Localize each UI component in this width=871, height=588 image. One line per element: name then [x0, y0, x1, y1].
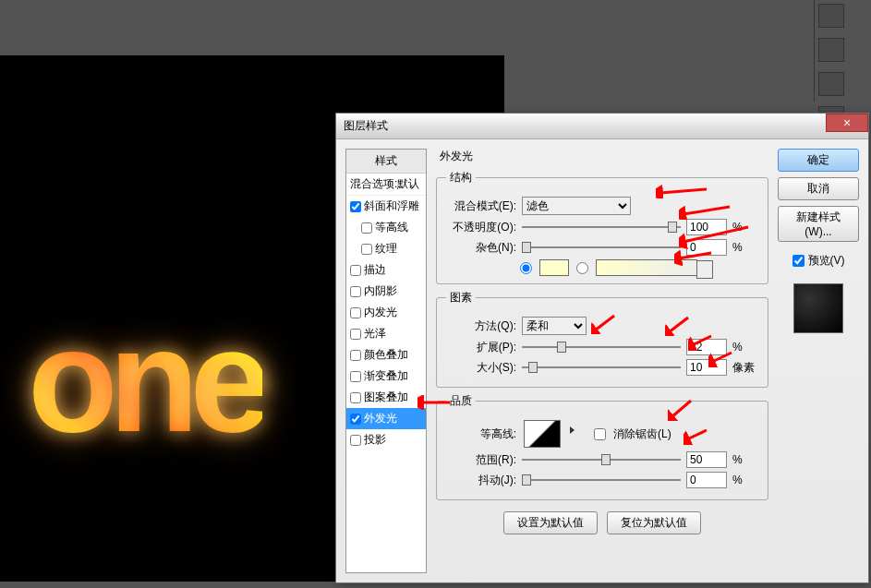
style-checkbox[interactable] [350, 286, 361, 297]
size-slider[interactable] [522, 359, 681, 376]
jitter-slider[interactable] [522, 472, 681, 488]
tool-icon[interactable] [818, 72, 844, 96]
style-item[interactable]: 图案叠加 [346, 387, 426, 408]
size-unit: 像素 [732, 360, 758, 376]
style-label: 投影 [364, 432, 386, 448]
dialog-title: 图层样式 [344, 118, 388, 134]
elements-group: 图素 方法(Q): 柔和 扩展(P): % 大小(S): 像素 [436, 290, 768, 388]
tools-panel [814, 0, 871, 102]
tool-icon[interactable] [818, 38, 844, 62]
make-default-button[interactable]: 设置为默认值 [503, 511, 598, 534]
layer-style-dialog: 图层样式 × 样式 混合选项:默认 斜面和浮雕等高线纹理描边内阴影内发光光泽颜色… [335, 113, 869, 583]
antialias-label: 消除锯齿(L) [613, 426, 671, 442]
style-checkbox[interactable] [350, 414, 361, 425]
style-item[interactable]: 纹理 [346, 238, 426, 259]
structure-legend: 结构 [446, 170, 476, 186]
preview-label: 预览(V) [808, 253, 845, 269]
jitter-unit: % [732, 474, 758, 486]
style-item[interactable]: 投影 [346, 429, 426, 450]
style-item[interactable]: 等高线 [346, 217, 426, 238]
style-item[interactable]: 外发光 [346, 408, 426, 429]
gradient-picker[interactable] [596, 259, 697, 276]
style-item[interactable]: 颜色叠加 [346, 344, 426, 366]
opacity-label: 不透明度(O): [446, 220, 516, 235]
style-label: 图案叠加 [364, 390, 408, 405]
style-label: 内发光 [364, 305, 397, 320]
style-checkbox[interactable] [350, 329, 361, 340]
spread-label: 扩展(P): [446, 340, 516, 355]
spread-unit: % [732, 341, 758, 354]
tool-icon[interactable] [818, 4, 844, 28]
opacity-slider[interactable] [522, 219, 681, 235]
style-label: 描边 [364, 262, 386, 278]
ok-button[interactable]: 确定 [778, 149, 859, 172]
style-checkbox[interactable] [350, 265, 361, 276]
style-item[interactable]: 斜面和浮雕 [346, 196, 426, 217]
canvas-text: one [28, 295, 262, 465]
contour-picker[interactable] [524, 420, 561, 448]
style-label: 内阴影 [364, 283, 397, 299]
style-checkbox[interactable] [361, 222, 372, 234]
jitter-label: 抖动(J): [446, 473, 516, 488]
spread-input[interactable] [686, 339, 727, 355]
size-label: 大小(S): [446, 360, 516, 376]
noise-input[interactable] [686, 239, 727, 256]
style-item[interactable]: 描边 [346, 259, 426, 281]
style-item[interactable]: 内发光 [346, 302, 426, 323]
preview-swatch [793, 283, 843, 333]
structure-group: 结构 混合模式(E): 滤色 不透明度(O): % 杂色(N): % [436, 170, 768, 284]
technique-select[interactable]: 柔和 [522, 317, 587, 335]
contour-label: 等高线: [446, 426, 516, 442]
style-checkbox[interactable] [350, 350, 361, 361]
style-checkbox[interactable] [350, 371, 361, 382]
style-label: 纹理 [375, 241, 397, 257]
spread-slider[interactable] [522, 339, 681, 355]
solid-color-radio[interactable] [520, 262, 532, 274]
style-label: 斜面和浮雕 [364, 198, 419, 214]
size-input[interactable] [686, 359, 727, 376]
jitter-input[interactable] [686, 472, 727, 488]
blend-mode-label: 混合模式(E): [446, 198, 516, 214]
range-input[interactable] [686, 451, 727, 468]
opacity-unit: % [732, 221, 758, 234]
styles-header: 样式 [346, 150, 426, 174]
color-swatch[interactable] [539, 259, 569, 276]
cancel-button[interactable]: 取消 [778, 177, 859, 200]
style-item[interactable]: 光泽 [346, 323, 426, 344]
close-button[interactable]: × [826, 114, 868, 132]
elements-legend: 图素 [446, 290, 476, 306]
style-label: 颜色叠加 [364, 347, 408, 363]
style-checkbox[interactable] [350, 435, 361, 446]
range-slider[interactable] [522, 451, 681, 468]
technique-label: 方法(Q): [446, 318, 516, 334]
gradient-radio[interactable] [576, 262, 588, 274]
style-label: 渐变叠加 [364, 368, 408, 384]
style-checkbox[interactable] [350, 307, 361, 318]
opacity-input[interactable] [686, 219, 727, 235]
settings-column: 外发光 结构 混合模式(E): 滤色 不透明度(O): % 杂色(N): [436, 149, 768, 573]
dialog-titlebar[interactable]: 图层样式 × [336, 114, 868, 139]
new-style-button[interactable]: 新建样式(W)... [778, 206, 859, 242]
style-checkbox[interactable] [350, 201, 361, 212]
noise-unit: % [732, 241, 758, 254]
range-unit: % [732, 453, 758, 466]
quality-legend: 品质 [446, 393, 476, 409]
range-label: 范围(R): [446, 452, 516, 468]
quality-group: 品质 等高线: 消除锯齿(L) 范围(R): % 抖动(J): [436, 393, 768, 500]
style-label: 等高线 [375, 220, 408, 235]
blend-mode-select[interactable]: 滤色 [522, 197, 631, 215]
antialias-checkbox[interactable] [594, 428, 606, 440]
preview-checkbox[interactable] [792, 255, 804, 267]
dialog-buttons: 确定 取消 新建样式(W)... 预览(V) [778, 149, 859, 573]
styles-list: 样式 混合选项:默认 斜面和浮雕等高线纹理描边内阴影内发光光泽颜色叠加渐变叠加图… [345, 149, 427, 573]
blending-options-default[interactable]: 混合选项:默认 [346, 174, 426, 196]
style-item[interactable]: 渐变叠加 [346, 366, 426, 387]
style-checkbox[interactable] [350, 392, 361, 403]
style-label: 光泽 [364, 326, 386, 342]
style-label: 外发光 [364, 411, 397, 426]
reset-default-button[interactable]: 复位为默认值 [607, 511, 701, 534]
style-checkbox[interactable] [361, 244, 372, 255]
noise-slider[interactable] [522, 239, 681, 256]
style-item[interactable]: 内阴影 [346, 281, 426, 302]
section-title: 外发光 [440, 149, 768, 164]
